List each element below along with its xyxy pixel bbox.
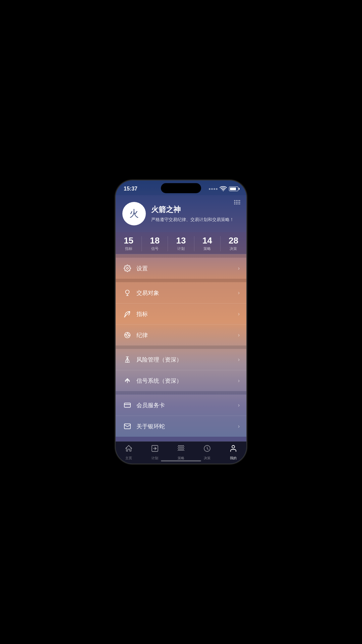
settings-label: 设置 (136, 265, 238, 272)
menu-group-4: 会员服务卡 › 关于银环蛇 › (116, 395, 246, 437)
indicators-label: 指标 (136, 310, 238, 318)
menu-group-3: 风险管理（资深） › 信号系统（资深） › (116, 349, 246, 391)
settings-arrow: › (238, 265, 240, 271)
svg-point-3 (238, 200, 239, 201)
risk-management-arrow: › (238, 357, 240, 363)
divider-1 (116, 254, 246, 258)
profile-subtitle: 严格遵守交易纪律、交易计划和交易策略！ (151, 217, 234, 223)
svg-point-29 (232, 445, 235, 448)
stat-item-decisions[interactable]: 28 决策 (221, 236, 246, 251)
stat-item-signals[interactable]: 18 信号 (142, 236, 168, 251)
tab-home[interactable]: 主页 (116, 444, 142, 461)
svg-point-16 (126, 334, 128, 336)
about-label: 关于银环蛇 (136, 423, 238, 430)
tab-plan-icon (151, 444, 159, 454)
menu-item-risk-management[interactable]: 风险管理（资深） › (116, 349, 246, 370)
stat-label-signals: 信号 (151, 246, 159, 251)
status-icons (209, 185, 238, 193)
tab-strategy-icon (177, 444, 185, 454)
tab-profile-icon (229, 444, 237, 454)
tab-decision-label: 决策 (204, 456, 210, 461)
mail-icon (122, 421, 132, 431)
leaf-icon (122, 309, 132, 319)
menu-item-trading-objects[interactable]: 交易对象 › (116, 282, 246, 304)
tab-home-icon (125, 444, 133, 454)
profile-section: 火 火箭之神 严格遵守交易纪律、交易计划和交易策略！ (116, 195, 246, 232)
bottom-banner: 您已坚持计划交易134天！ (116, 437, 246, 441)
stat-number-plans: 13 (176, 236, 186, 245)
svg-point-2 (236, 200, 237, 201)
discipline-arrow: › (238, 332, 240, 338)
stat-number-strategies: 14 (202, 236, 212, 245)
stat-item-indicators[interactable]: 15 指标 (116, 236, 142, 251)
svg-point-7 (238, 202, 239, 203)
stat-label-plans: 计划 (177, 246, 185, 251)
menu-item-settings[interactable]: 设置 › (116, 258, 246, 279)
tab-profile-label: 我的 (230, 456, 237, 461)
tab-strategy-label: 策略 (178, 456, 184, 461)
signal-icon (122, 376, 132, 386)
trading-objects-label: 交易对象 (136, 289, 238, 297)
menu-item-membership[interactable]: 会员服务卡 › (116, 395, 246, 416)
about-arrow: › (238, 423, 240, 429)
stat-item-strategies[interactable]: 14 策略 (194, 236, 221, 251)
battery-icon (229, 186, 238, 191)
signal-system-arrow: › (238, 378, 240, 384)
tab-decision-icon (203, 444, 211, 454)
status-time: 15:37 (124, 186, 137, 192)
tab-plan-label: 计划 (152, 456, 158, 461)
profile-info: 火箭之神 严格遵守交易纪律、交易计划和交易策略！ (151, 205, 234, 223)
menu-item-indicators[interactable]: 指标 › (116, 304, 246, 325)
stat-number-signals: 18 (150, 236, 160, 245)
wifi-icon (220, 185, 227, 193)
menu-item-about[interactable]: 关于银环蛇 › (116, 416, 246, 437)
divider-3 (116, 345, 246, 349)
card-icon (122, 400, 132, 410)
svg-point-15 (125, 332, 130, 338)
svg-rect-23 (124, 403, 130, 408)
indicators-arrow: › (238, 311, 240, 317)
tab-home-label: 主页 (125, 456, 132, 461)
signal-system-label: 信号系统（资深） (136, 377, 238, 385)
camera-icon (122, 330, 132, 340)
tab-profile[interactable]: 我的 (220, 444, 246, 461)
stat-item-plans[interactable]: 13 计划 (168, 236, 194, 251)
risk-management-label: 风险管理（资深） (136, 356, 238, 364)
tab-plan[interactable]: 计划 (142, 444, 168, 461)
menu-item-discipline[interactable]: 纪律 › (116, 325, 246, 345)
scale-icon (122, 355, 132, 365)
svg-point-6 (236, 202, 237, 203)
signal-icon (209, 188, 218, 190)
status-bar: 15:37 (116, 180, 246, 195)
svg-point-10 (236, 204, 237, 205)
svg-point-13 (126, 267, 128, 269)
avatar: 火 (122, 202, 146, 225)
svg-point-0 (223, 190, 224, 191)
svg-point-5 (234, 202, 235, 203)
svg-point-12 (239, 204, 240, 205)
lightbulb-icon (122, 288, 132, 298)
profile-name: 火箭之神 (151, 205, 234, 215)
stat-number-decisions: 28 (229, 236, 238, 245)
home-indicator (161, 460, 201, 462)
menu-group-2: 交易对象 › 指标 › (116, 282, 246, 345)
stat-label-strategies: 策略 (203, 246, 211, 251)
menu-item-signal-system[interactable]: 信号系统（资深） › (116, 370, 246, 391)
tab-strategy[interactable]: 策略 (168, 444, 194, 461)
divider-2 (116, 279, 246, 282)
svg-point-4 (239, 200, 240, 201)
membership-arrow: › (238, 402, 240, 408)
grid-icon[interactable] (233, 199, 241, 209)
tab-decision[interactable]: 决策 (194, 444, 220, 461)
stat-label-indicators: 指标 (125, 246, 132, 251)
stat-number-indicators: 15 (124, 236, 133, 245)
settings-icon (122, 263, 132, 273)
notch (161, 183, 201, 193)
trading-objects-arrow: › (238, 290, 240, 296)
stat-label-decisions: 决策 (230, 246, 237, 251)
svg-point-9 (234, 204, 235, 205)
svg-point-8 (239, 202, 240, 203)
svg-point-1 (234, 200, 235, 201)
scroll-content: 火 火箭之神 严格遵守交易纪律、交易计划和交易策略！ 15 指标 18 信号 (116, 195, 246, 441)
svg-point-11 (238, 204, 239, 205)
